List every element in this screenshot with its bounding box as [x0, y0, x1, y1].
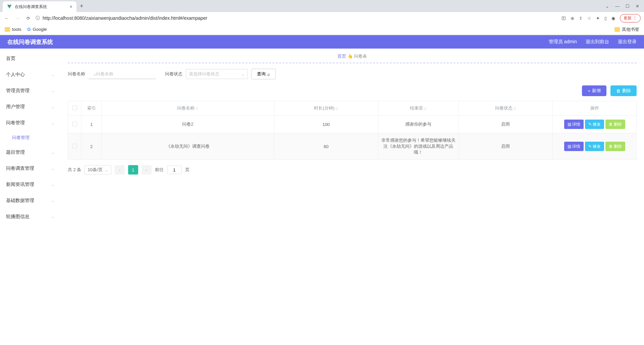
chevron-down-icon: ⌄ — [51, 73, 54, 77]
search-button[interactable]: 查询⌕ — [251, 69, 276, 79]
detail-button[interactable]: ▤ 详情 — [564, 142, 584, 151]
sidebar-item-basedata[interactable]: 基础数据管理⌄ — [0, 193, 60, 209]
sidebar-item-personal[interactable]: 个人中心⌄ — [0, 67, 60, 83]
cell-index: 1 — [82, 116, 102, 133]
plus-icon: + — [588, 88, 590, 93]
address-bar: ← → ⟳ ⓘ http://localhost:8080/zaixianwen… — [0, 12, 644, 24]
col-duration[interactable]: 时长(分钟)◇ — [274, 101, 378, 116]
cell-endmsg: 非常感谢您的参与！希望您能够继续关注《永劫无间》的游戏以及周边产品哦！ — [378, 133, 459, 160]
app-title: 在线问卷调查系统 — [7, 38, 53, 46]
next-page-button[interactable]: › — [142, 165, 152, 175]
sidebar: 首页 个人中心⌄ 管理员管理⌄ 用户管理⌄ 问卷管理⌄ 问卷管理 题目管理⌄ 问… — [0, 49, 60, 332]
extensions-icon[interactable]: ✦ — [596, 16, 600, 21]
url-box[interactable]: ⓘ http://localhost:8080/zaixianwenjuandi… — [36, 15, 557, 21]
cell-name: 问卷2 — [102, 116, 274, 133]
col-ops: 操作 — [553, 101, 637, 116]
bookmark-tools[interactable]: tools — [5, 27, 21, 32]
folder-icon — [614, 27, 620, 32]
reload-icon[interactable]: ⟳ — [25, 16, 32, 21]
chevron-down-icon[interactable]: ⌄ — [605, 4, 609, 9]
cell-duration: 100 — [274, 116, 378, 133]
filter-row: 问卷名称 ⌕ 问卷状态 请选择问卷状态 ⌄ 查询⌕ — [68, 69, 637, 79]
new-tab-button[interactable]: + — [80, 3, 84, 10]
zoom-icon[interactable]: ⊕ — [571, 16, 574, 21]
sidebar-item-admin[interactable]: 管理员管理⌄ — [0, 83, 60, 99]
cell-status: 启用 — [459, 116, 552, 133]
bookmark-other[interactable]: 其他书签 — [614, 26, 639, 32]
pagination: 共 2 条 10条/页⌄ ‹ 1 › 前往 页 — [68, 165, 637, 175]
panel-icon[interactable]: ▯ — [604, 16, 607, 21]
prev-page-button[interactable]: ‹ — [115, 165, 125, 175]
tab-close-icon[interactable]: × — [70, 4, 72, 9]
delete-button[interactable]: 🗑删除 — [610, 85, 637, 96]
row-checkbox[interactable] — [72, 144, 77, 148]
row-checkbox[interactable] — [72, 122, 77, 126]
sidebar-item-survey-research[interactable]: 问卷调查管理⌄ — [0, 160, 60, 177]
filter-name-input[interactable] — [89, 69, 156, 79]
main-content: 首页 👆 问卷表 问卷名称 ⌕ 问卷状态 请选择问卷状态 ⌄ 查询⌕ +新增 🗑… — [60, 49, 644, 332]
share-icon[interactable]: ⇪ — [579, 16, 583, 21]
tab-title: 在线问卷调查系统 — [15, 4, 67, 10]
col-status[interactable]: 问卷状态◇ — [459, 101, 552, 116]
sidebar-item-carousel[interactable]: 轮播图信息⌄ — [0, 209, 60, 225]
chevron-down-icon: ⌄ — [51, 150, 54, 155]
search-icon: ⌕ — [94, 72, 96, 77]
sort-icon: ◇ — [196, 107, 198, 110]
col-endmsg[interactable]: 结束语◇ — [378, 101, 459, 116]
detail-button[interactable]: ▤ 详情 — [564, 120, 584, 129]
back-icon[interactable]: ← — [3, 16, 10, 21]
filter-status-select[interactable]: 请选择问卷状态 ⌄ — [186, 69, 248, 79]
sidebar-item-users[interactable]: 用户管理⌄ — [0, 99, 60, 115]
to-front-link[interactable]: 退出到前台 — [586, 39, 609, 45]
edit-button[interactable]: ✎ 修改 — [585, 142, 604, 151]
divider — [68, 63, 637, 63]
update-button[interactable]: 更新⋮ — [620, 14, 641, 22]
add-button[interactable]: +新增 — [582, 85, 606, 96]
col-index[interactable]: 索引 — [82, 101, 102, 116]
edit-button[interactable]: ✎ 修改 — [585, 120, 604, 129]
data-table: 索引 问卷名称◇ 时长(分钟)◇ 结束语◇ 问卷状态◇ 操作 1问卷2100感谢… — [68, 101, 637, 160]
breadcrumb-home[interactable]: 首页 — [337, 54, 346, 59]
maximize-icon[interactable]: ☐ — [626, 4, 630, 9]
sidebar-item-question[interactable]: 题目管理⌄ — [0, 144, 60, 160]
bookmark-bar: tools GGoogle 其他书签 — [0, 24, 644, 35]
page-number-button[interactable]: 1 — [128, 165, 138, 175]
chevron-down-icon: ⌄ — [51, 166, 54, 171]
close-icon[interactable]: ✕ — [636, 4, 639, 9]
app-header: 在线问卷调查系统 管理员 admin 退出到前台 退出登录 — [0, 35, 644, 49]
table-row: 1问卷2100感谢你的参与启用▤ 详情✎ 修改🗑 删除 — [68, 116, 637, 133]
pagination-total: 共 2 条 — [68, 167, 81, 173]
chevron-down-icon: ⌄ — [241, 72, 245, 77]
page-suffix: 页 — [185, 167, 190, 173]
cell-endmsg: 感谢你的参与 — [378, 116, 459, 133]
bookmark-star-icon[interactable]: ☆ — [587, 16, 591, 21]
cell-status: 启用 — [459, 133, 552, 160]
user-label[interactable]: 管理员 admin — [549, 39, 577, 45]
trash-icon: 🗑 — [609, 122, 613, 127]
chevron-down-icon: ⌄ — [51, 199, 54, 203]
trash-icon: 🗑 — [609, 144, 613, 149]
google-icon: G — [27, 27, 31, 32]
minimize-icon[interactable]: — — [615, 4, 620, 9]
browser-tab[interactable]: 在线问卷调查系统 × — [3, 1, 76, 12]
key-icon[interactable]: ⚿ — [561, 16, 566, 21]
page-size-select[interactable]: 10条/页⌄ — [85, 165, 111, 175]
bookmark-google[interactable]: GGoogle — [27, 27, 47, 32]
goto-input[interactable] — [167, 165, 182, 174]
sidebar-sub-survey-manage[interactable]: 问卷管理 — [0, 131, 60, 144]
chevron-down-icon: ⌄ — [51, 121, 54, 125]
info-icon: ⓘ — [36, 15, 40, 21]
forward-icon[interactable]: → — [14, 16, 21, 21]
sidebar-item-home[interactable]: 首页 — [0, 51, 60, 67]
goto-label: 前往 — [155, 167, 164, 173]
sidebar-item-survey[interactable]: 问卷管理⌄ — [0, 115, 60, 131]
profile-icon[interactable]: ◉ — [611, 16, 615, 21]
col-name[interactable]: 问卷名称◇ — [102, 101, 274, 116]
row-delete-button[interactable]: 🗑 删除 — [605, 142, 625, 151]
filter-name-label: 问卷名称 — [68, 71, 85, 77]
select-all-checkbox[interactable] — [72, 106, 77, 110]
sidebar-item-news[interactable]: 新闻资讯管理⌄ — [0, 177, 60, 193]
hand-icon: 👆 — [347, 54, 354, 59]
row-delete-button[interactable]: 🗑 删除 — [605, 120, 625, 129]
logout-link[interactable]: 退出登录 — [618, 39, 637, 45]
